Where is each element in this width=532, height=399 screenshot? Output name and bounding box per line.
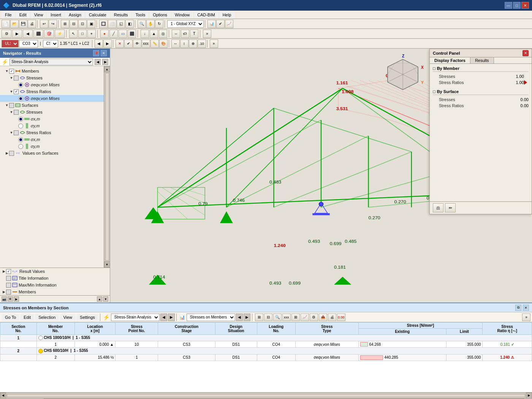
- tb3-more-button[interactable]: »: [210, 40, 218, 48]
- cp-tab-display[interactable]: Display Factors: [430, 57, 470, 63]
- check-members2[interactable]: [6, 290, 11, 294]
- menu-tools[interactable]: Tools: [132, 11, 149, 18]
- tb3-x2-button[interactable]: ↔: [171, 40, 180, 48]
- cs-combo[interactable]: CS3: [43, 40, 58, 48]
- table-row[interactable]: 1 0.000 ▲ 10 CS3 DS1 CO4 σeqv,von Mises …: [0, 341, 532, 348]
- menu-results[interactable]: Results: [111, 11, 131, 18]
- tb3-prev-button[interactable]: ◀: [95, 40, 103, 48]
- radio-ratio-y-m[interactable]: [18, 144, 23, 149]
- check-members[interactable]: [9, 69, 14, 74]
- radio-sigma-y-m[interactable]: [18, 124, 23, 128]
- radio-ratio-x-m[interactable]: [18, 137, 23, 142]
- bp-more-button[interactable]: »: [522, 314, 530, 321]
- tb2-lasso[interactable]: ⌖: [87, 30, 96, 38]
- tb2-load[interactable]: ↓: [141, 30, 149, 38]
- scroll-play-button[interactable]: ▶: [14, 296, 19, 302]
- tb2-dim[interactable]: ↔: [172, 30, 180, 38]
- nav-close-button[interactable]: ✕: [101, 50, 107, 56]
- bp-export-button[interactable]: 📤: [319, 314, 327, 321]
- tree-item-vonmises-2[interactable]: σeqv,von Mises: [0, 95, 104, 102]
- tb-render4-button[interactable]: ◧: [125, 20, 134, 28]
- bp-print2-button[interactable]: 🖨: [328, 314, 336, 321]
- tb2-tag[interactable]: 🏷: [181, 30, 189, 38]
- tb2-4[interactable]: ⬛: [33, 30, 43, 38]
- tb3-num-button[interactable]: .10: [198, 40, 206, 48]
- tb-results-button[interactable]: 📊: [207, 20, 216, 28]
- scroll-camera-button[interactable]: 📷: [2, 296, 7, 302]
- tb2-select[interactable]: ↖: [69, 30, 78, 38]
- tree-item-sigma-y-m[interactable]: σy,m: [0, 122, 104, 129]
- bp-scroll-left-button[interactable]: ◀: [0, 393, 6, 399]
- tree-item-values-surfaces[interactable]: ▶ ×× Values on Surfaces: [0, 150, 104, 157]
- cp-section-surface-header[interactable]: □ By Surface: [433, 89, 529, 95]
- tb2-solid[interactable]: ⬛: [128, 30, 136, 38]
- check-surfaces[interactable]: [9, 103, 14, 108]
- menu-assign[interactable]: Assign: [65, 11, 85, 18]
- bp-restore-button[interactable]: ⧉: [515, 305, 521, 311]
- check-surf-stresses[interactable]: [14, 110, 19, 115]
- bp-close-panel-button[interactable]: ✕: [523, 305, 529, 311]
- tree-item-members[interactable]: ▼ Members: [0, 68, 104, 74]
- maximize-button[interactable]: □: [513, 2, 521, 9]
- menu-view[interactable]: View: [31, 11, 47, 18]
- nav-next-button[interactable]: ▶: [102, 59, 108, 65]
- check-maxmin[interactable]: [6, 283, 11, 288]
- menu-window[interactable]: Window: [171, 11, 193, 18]
- cp-tab-results[interactable]: Results: [470, 57, 494, 63]
- nav-bottom-item-title[interactable]: Title Information: [0, 275, 110, 282]
- tb-zoom-button[interactable]: 🔍: [138, 20, 146, 28]
- cp-section-member-header[interactable]: □ By Member: [433, 65, 529, 72]
- tb2-text[interactable]: T: [190, 30, 198, 38]
- bp-filter1-button[interactable]: ⊞: [255, 314, 263, 321]
- close-button[interactable]: ✕: [521, 2, 529, 9]
- nav-bottom-item-maxmin[interactable]: Max/Min Information: [0, 282, 110, 288]
- tb-view2-button[interactable]: ⊟: [70, 20, 78, 28]
- tb-view1-button[interactable]: ⊞: [61, 20, 69, 28]
- tree-item-vonmises-1[interactable]: σeqv,von Mises: [0, 81, 104, 88]
- nav-scroll-down-button[interactable]: ▼: [104, 261, 110, 268]
- design-type-combo[interactable]: ULS: [2, 40, 19, 48]
- tree-item-surfaces[interactable]: ▼ Surfaces: [0, 102, 104, 109]
- tb-print-button[interactable]: 🖨: [28, 20, 36, 28]
- bp-filter2-button[interactable]: ⊟: [264, 314, 272, 321]
- tb3-next-button[interactable]: ▶: [103, 40, 112, 48]
- nav-scroll-up-button[interactable]: ▲: [104, 66, 110, 72]
- minimize-button[interactable]: —: [505, 2, 512, 9]
- tb2-hinge[interactable]: ◎: [159, 30, 167, 38]
- radio-vonmises-1[interactable]: [18, 82, 23, 87]
- tb3-anno-button[interactable]: xxx: [142, 40, 150, 48]
- cp-edit-button[interactable]: ✏: [445, 203, 456, 212]
- tb-save-button[interactable]: 💾: [19, 20, 27, 28]
- tb2-support[interactable]: ▲: [150, 30, 158, 38]
- menu-insert[interactable]: Insert: [47, 11, 65, 18]
- tb2-6[interactable]: ⚡: [55, 30, 65, 38]
- nav-module-combo[interactable]: Stress-Strain Analysis: [10, 59, 93, 65]
- bp-edit-button[interactable]: Edit: [20, 314, 34, 320]
- tb2-3[interactable]: ◀: [23, 30, 33, 38]
- tb-undo-button[interactable]: ↩: [40, 20, 48, 28]
- tb2-more[interactable]: »: [203, 30, 211, 38]
- cp-scale-button[interactable]: ⚖: [433, 203, 443, 212]
- tb-view4-button[interactable]: ▣: [87, 20, 95, 28]
- tb-render3-button[interactable]: ◱: [117, 20, 125, 28]
- tree-item-ratio-x-m[interactable]: σx,m: [0, 136, 104, 143]
- tb-rotate-button[interactable]: ↻: [155, 20, 163, 28]
- tree-item-sigma-x-m[interactable]: σx,m: [0, 116, 104, 122]
- check-surf-ratios[interactable]: [14, 130, 19, 135]
- tree-item-ratio-y-m[interactable]: σy,m: [0, 143, 104, 150]
- radio-sigma-x-m[interactable]: [18, 117, 23, 122]
- tree-item-surface-ratios[interactable]: ▼ Stress Ratios: [0, 129, 104, 136]
- bp-results-prev-button[interactable]: ◀: [236, 314, 243, 321]
- tb2-5[interactable]: 🎯: [44, 30, 54, 38]
- nav-pin-button[interactable]: 📌: [93, 50, 99, 56]
- menu-options[interactable]: Options: [149, 11, 171, 18]
- bp-results-next-button[interactable]: ▶: [244, 314, 250, 321]
- tb3-y2-button[interactable]: ↕: [180, 40, 188, 48]
- tb2-2[interactable]: ▶: [12, 30, 22, 38]
- menu-calculate[interactable]: Calculate: [86, 11, 110, 18]
- viewport[interactable]: 1.161 0.754 1.008 3.531 0.483 0.746 0.79…: [110, 49, 532, 302]
- tb3-scale-button[interactable]: 📏: [150, 40, 159, 48]
- menu-file[interactable]: File: [2, 11, 15, 18]
- nav-bottom-item-members[interactable]: ▶ Members: [0, 288, 110, 295]
- bp-selection-button[interactable]: Selection: [35, 314, 59, 320]
